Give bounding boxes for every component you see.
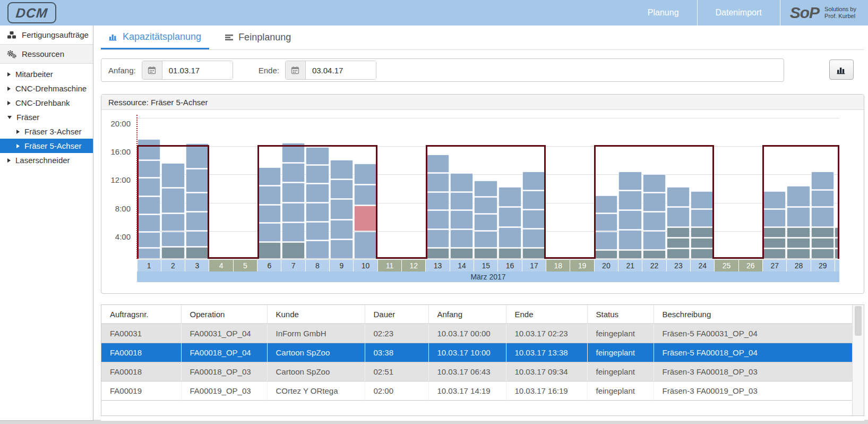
start-date-input[interactable] <box>162 61 233 79</box>
load-segment[interactable] <box>186 193 209 211</box>
base-load-segment[interactable] <box>763 238 786 248</box>
load-segment[interactable] <box>426 173 449 192</box>
base-load-segment[interactable] <box>667 238 690 248</box>
load-segment[interactable] <box>426 210 449 229</box>
load-segment[interactable] <box>161 188 184 213</box>
load-segment[interactable] <box>474 181 497 197</box>
day-label-22[interactable]: 22 <box>642 260 666 272</box>
load-segment[interactable] <box>643 212 666 231</box>
tree-item-fr-ser-5-achser[interactable]: Fräser 5-Achser <box>0 139 93 153</box>
load-segment[interactable] <box>811 190 834 207</box>
load-segment[interactable] <box>595 232 617 250</box>
load-segment[interactable] <box>763 209 786 227</box>
tree-item-laserschneider[interactable]: Laserschneider <box>0 153 93 167</box>
base-load-segment[interactable] <box>811 249 834 259</box>
day-label-14[interactable]: 14 <box>450 260 474 272</box>
load-segment[interactable] <box>450 192 473 210</box>
base-load-segment[interactable] <box>787 227 810 238</box>
day-label-17[interactable]: 17 <box>522 260 546 272</box>
table-row[interactable]: FA00019FA00019_OP_03COrtez Y ORtega02:00… <box>101 381 852 400</box>
base-load-segment[interactable] <box>667 249 690 259</box>
nav-item-datenimport[interactable]: Datenimport <box>698 0 780 26</box>
tree-item-fr-ser[interactable]: Fräser <box>0 110 93 124</box>
base-load-segment[interactable] <box>450 248 473 259</box>
base-load-segment[interactable] <box>691 238 714 248</box>
column-header-status[interactable]: Status <box>587 305 654 324</box>
day-label-23[interactable]: 23 <box>667 260 690 272</box>
load-segment[interactable] <box>137 139 160 160</box>
load-segment[interactable] <box>522 229 545 248</box>
load-segment[interactable] <box>282 223 305 242</box>
day-label-9[interactable]: 9 <box>330 260 353 272</box>
load-segment[interactable] <box>330 240 353 259</box>
load-segment[interactable] <box>426 155 449 173</box>
load-segment[interactable] <box>354 232 377 259</box>
load-segment[interactable] <box>330 199 353 219</box>
load-segment[interactable] <box>137 160 160 177</box>
day-label-1[interactable]: 1 <box>137 260 161 272</box>
day-label-19[interactable]: 19 <box>570 260 594 272</box>
load-segment[interactable] <box>258 167 281 185</box>
load-segment[interactable] <box>282 203 305 222</box>
column-header-ende[interactable]: Ende <box>506 305 587 324</box>
load-segment[interactable] <box>330 180 353 199</box>
load-segment[interactable] <box>618 191 641 210</box>
base-load-segment[interactable] <box>282 242 305 259</box>
load-segment[interactable] <box>450 173 473 192</box>
load-segment[interactable] <box>691 191 714 208</box>
column-header-operation[interactable]: Operation <box>181 305 267 324</box>
column-header-beschreibung[interactable]: Beschreibung <box>654 305 852 324</box>
column-header-auftragsnr-[interactable]: Auftragsnr. <box>101 305 181 324</box>
load-segment[interactable] <box>354 185 377 205</box>
day-label-30[interactable] <box>835 260 839 272</box>
load-segment[interactable] <box>186 143 209 168</box>
base-load-segment[interactable] <box>787 238 810 248</box>
base-load-segment[interactable] <box>161 247 184 259</box>
load-segment[interactable] <box>643 193 666 211</box>
table-row[interactable]: FA00018FA00018_OP_03Cartoon SpZoo02:5110… <box>101 362 852 381</box>
load-segment[interactable] <box>282 163 305 182</box>
day-label-11[interactable]: 11 <box>378 260 401 272</box>
load-segment[interactable] <box>499 207 521 227</box>
load-segment[interactable] <box>691 209 714 227</box>
load-segment[interactable] <box>258 186 281 205</box>
day-label-21[interactable]: 21 <box>618 260 642 272</box>
load-segment[interactable] <box>306 147 329 165</box>
table-vertical-scrollbar[interactable] <box>852 305 864 415</box>
load-segment[interactable] <box>667 207 690 227</box>
day-label-12[interactable]: 12 <box>402 260 425 272</box>
base-load-segment[interactable] <box>691 227 714 238</box>
load-segment[interactable] <box>643 231 666 250</box>
load-segment[interactable] <box>137 232 160 247</box>
sidebar-section-ressourcen[interactable]: Ressourcen <box>0 45 93 64</box>
load-segment[interactable] <box>258 223 281 242</box>
base-load-segment[interactable] <box>643 250 666 259</box>
day-label-24[interactable]: 24 <box>691 260 714 272</box>
load-segment[interactable] <box>522 172 545 190</box>
load-segment[interactable] <box>161 163 184 188</box>
base-load-segment[interactable] <box>763 227 786 238</box>
day-label-6[interactable]: 6 <box>257 260 281 272</box>
load-segment[interactable] <box>161 232 184 247</box>
day-label-8[interactable]: 8 <box>306 260 329 272</box>
load-segment[interactable] <box>450 210 473 229</box>
tab-feinplanung[interactable]: Feinplanung <box>217 26 299 49</box>
column-header-dauer[interactable]: Dauer <box>365 305 428 324</box>
column-header-kunde[interactable]: Kunde <box>267 305 365 324</box>
load-segment[interactable] <box>522 191 545 209</box>
day-label-25[interactable]: 25 <box>715 260 738 272</box>
column-header-anfang[interactable]: Anfang <box>428 305 506 324</box>
overload-segment[interactable] <box>354 206 377 231</box>
base-load-segment[interactable] <box>474 248 497 259</box>
load-segment[interactable] <box>618 172 641 190</box>
table-row[interactable]: FA00031FA00031_OP_04InForm GmbH02:2310.0… <box>101 324 852 343</box>
load-segment[interactable] <box>137 178 160 196</box>
load-segment[interactable] <box>330 220 353 239</box>
day-label-10[interactable]: 10 <box>354 260 377 272</box>
table-row[interactable]: FA00018FA00018_OP_04Cartoon SpZoo03:3810… <box>101 343 852 362</box>
nav-item-planung[interactable]: Planung <box>630 0 697 26</box>
load-segment[interactable] <box>306 165 329 183</box>
base-load-segment[interactable] <box>595 250 617 259</box>
scrollbar-thumb[interactable] <box>855 306 862 336</box>
load-segment[interactable] <box>618 210 641 230</box>
